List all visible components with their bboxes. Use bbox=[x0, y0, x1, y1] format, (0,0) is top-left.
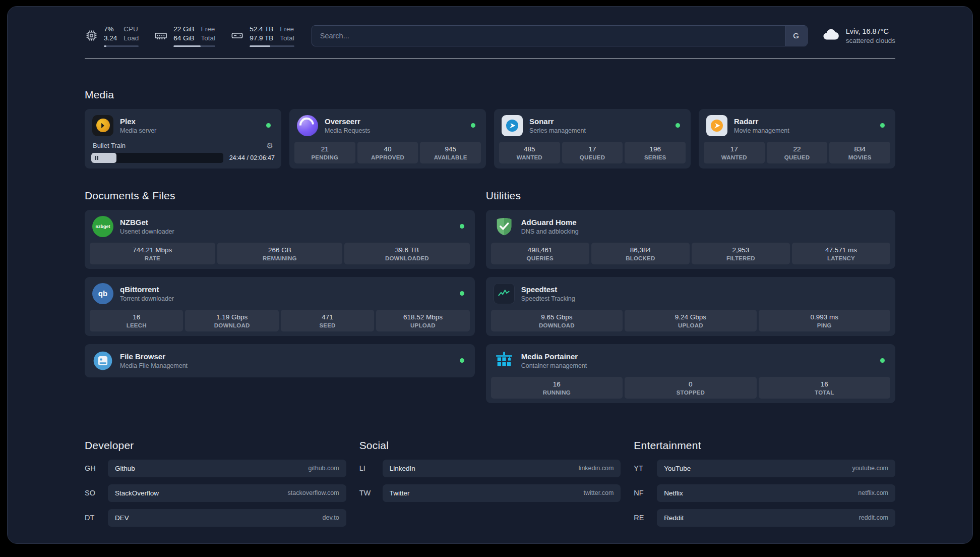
service-titles: Radarr Movie management bbox=[734, 117, 789, 134]
stat-value: 16 bbox=[761, 380, 888, 388]
service-card-adguard[interactable]: AdGuard Home DNS and adblocking 498,461 … bbox=[486, 210, 895, 269]
bookmark-url: stackoverflow.com bbox=[288, 489, 339, 496]
stat-tile: 618.52 Mbps UPLOAD bbox=[376, 310, 469, 331]
service-description: Series management bbox=[529, 127, 586, 134]
service-description: Torrent downloader bbox=[120, 295, 174, 302]
status-dot bbox=[460, 358, 464, 363]
service-card-portainer[interactable]: Media Portainer Container management 16 … bbox=[486, 344, 895, 403]
service-card-nzbget[interactable]: nzbget NZBGet Usenet downloader 744.21 M… bbox=[85, 210, 475, 269]
disk-readout: 52.4 TB 97.9 TB Free Total bbox=[250, 25, 294, 47]
bookmark-row: RE Reddit reddit.com bbox=[634, 509, 895, 527]
disk-icon bbox=[230, 29, 244, 42]
topbar-divider bbox=[85, 58, 895, 59]
weather-widget[interactable]: Lviv, 16.87°C scattered clouds bbox=[822, 25, 895, 46]
bookmark-link[interactable]: DEV dev.to bbox=[108, 509, 346, 527]
stat-label: PING bbox=[761, 322, 888, 328]
service-card-header: AdGuard Home DNS and adblocking bbox=[491, 214, 890, 239]
weather-condition: scattered clouds bbox=[846, 37, 895, 44]
search-provider-button[interactable]: G bbox=[785, 26, 807, 46]
stat-value: 196 bbox=[627, 145, 684, 153]
service-name: Overseerr bbox=[325, 117, 370, 126]
stat-value: 471 bbox=[283, 313, 372, 321]
service-card-header: qb qBittorrent Torrent downloader bbox=[90, 282, 470, 306]
cloud-icon bbox=[822, 25, 840, 46]
bookmark-link[interactable]: StackOverflow stackoverflow.com bbox=[108, 484, 346, 502]
service-card-overseerr[interactable]: Overseerr Media Requests 21 PENDING 40 A… bbox=[289, 109, 486, 169]
stat-tile: 16 RUNNING bbox=[491, 377, 623, 399]
stats-row: 498,461 QUERIES 86,384 BLOCKED 2,953 FIL… bbox=[491, 243, 890, 264]
stat-value: 744.21 Mbps bbox=[92, 246, 213, 254]
cpu-percent: 7% bbox=[104, 25, 117, 34]
bookmark-link[interactable]: YouTube youtube.com bbox=[657, 460, 895, 477]
bookmark-url: twitter.com bbox=[584, 489, 614, 496]
search-input[interactable] bbox=[312, 26, 785, 46]
bookmark-link[interactable]: LinkedIn linkedin.com bbox=[383, 460, 621, 477]
service-card-header: nzbget NZBGet Usenet downloader bbox=[90, 214, 470, 239]
service-card-header: Overseerr Media Requests bbox=[294, 114, 481, 138]
stat-label: REMAINING bbox=[219, 255, 341, 261]
service-card-plex[interactable]: Plex Media server Bullet Train ⚙ 24:44 /… bbox=[85, 109, 281, 169]
plex-icon bbox=[92, 115, 113, 136]
stat-label: RUNNING bbox=[493, 389, 621, 396]
pause-icon[interactable] bbox=[95, 156, 98, 160]
bookmark-link[interactable]: Github github.com bbox=[108, 460, 346, 477]
filebrowser-icon bbox=[92, 350, 113, 371]
stat-label: STOPPED bbox=[627, 389, 754, 396]
stat-tile: 39.6 TB DOWNLOADED bbox=[344, 243, 470, 264]
service-card-speedtest[interactable]: Speedtest Speedtest Tracking 9.65 Gbps D… bbox=[486, 277, 895, 336]
stats-row: 17 WANTED 22 QUEUED 834 MOVIES bbox=[704, 142, 890, 163]
service-name: Plex bbox=[120, 117, 156, 126]
bookmark-row: DT DEV dev.to bbox=[85, 509, 346, 527]
stat-value: 0.993 ms bbox=[761, 313, 888, 321]
bookmark-link[interactable]: Twitter twitter.com bbox=[383, 484, 621, 502]
bookmark-url: dev.to bbox=[323, 514, 339, 521]
service-card-sonarr[interactable]: Sonarr Series management 485 WANTED 17 Q… bbox=[494, 109, 691, 169]
stat-value: 47.571 ms bbox=[794, 246, 888, 254]
bookmark-link[interactable]: Reddit reddit.com bbox=[657, 509, 895, 527]
service-description: Media Requests bbox=[325, 127, 370, 134]
service-titles: File Browser Media File Management bbox=[120, 352, 188, 369]
bookmark-link[interactable]: Netflix netflix.com bbox=[657, 484, 895, 502]
stat-tile: 196 SERIES bbox=[625, 142, 686, 163]
stat-label: QUERIES bbox=[493, 255, 587, 261]
stat-tile: 9.65 Gbps DOWNLOAD bbox=[491, 310, 623, 331]
portainer-icon bbox=[494, 350, 515, 371]
stat-value: 16 bbox=[92, 313, 181, 321]
bookmark-group-title: Entertainment bbox=[634, 439, 895, 452]
bookmark-group: Entertainment YT YouTube youtube.com NF … bbox=[634, 439, 895, 527]
dashboard-window: 7% 3.24 CPU Load bbox=[7, 6, 973, 544]
stat-tile: 0.993 ms PING bbox=[759, 310, 890, 331]
gear-icon[interactable]: ⚙ bbox=[267, 142, 273, 149]
service-card-qbittorrent[interactable]: qb qBittorrent Torrent downloader 16 LEE… bbox=[85, 277, 475, 336]
stat-value: 9.24 Gbps bbox=[627, 313, 754, 321]
stat-tile: 16 TOTAL bbox=[759, 377, 890, 399]
service-card-header: Sonarr Series management bbox=[499, 114, 686, 138]
stat-value: 1.19 Gbps bbox=[187, 313, 276, 321]
disk-widget: 52.4 TB 97.9 TB Free Total bbox=[230, 25, 294, 47]
stat-tile: 40 APPROVED bbox=[357, 142, 418, 163]
stat-value: 39.6 TB bbox=[346, 246, 468, 254]
playback-progress-bar[interactable] bbox=[91, 153, 223, 163]
section-title-utilities: Utilities bbox=[486, 190, 895, 202]
stat-label: DOWNLOAD bbox=[493, 322, 621, 328]
stat-tile: 21 PENDING bbox=[294, 142, 355, 163]
service-card-radarr[interactable]: Radarr Movie management 17 WANTED 22 QUE… bbox=[699, 109, 895, 169]
memory-free-value: 22 GiB bbox=[173, 25, 194, 34]
service-card-filebrowser[interactable]: File Browser Media File Management bbox=[85, 344, 475, 377]
stat-tile: 834 MOVIES bbox=[829, 142, 890, 163]
stat-label: APPROVED bbox=[359, 154, 416, 160]
service-titles: Overseerr Media Requests bbox=[325, 117, 370, 134]
bookmark-rows: YT YouTube youtube.com NF Netflix netfli… bbox=[634, 460, 895, 527]
status-dot bbox=[676, 123, 680, 128]
service-name: Sonarr bbox=[529, 117, 586, 126]
bookmark-url: github.com bbox=[309, 465, 339, 472]
service-name: AdGuard Home bbox=[521, 218, 579, 227]
stat-tile: 744.21 Mbps RATE bbox=[90, 243, 215, 264]
stat-tile: 16 LEECH bbox=[90, 310, 183, 331]
stat-value: 17 bbox=[706, 145, 763, 153]
stat-tile: 86,384 BLOCKED bbox=[591, 243, 690, 264]
bookmark-abbr: TW bbox=[359, 489, 383, 497]
service-card-header: Speedtest Speedtest Tracking bbox=[491, 282, 890, 306]
bookmark-group-title: Social bbox=[359, 439, 621, 452]
stats-row: 21 PENDING 40 APPROVED 945 AVAILABLE bbox=[294, 142, 481, 163]
